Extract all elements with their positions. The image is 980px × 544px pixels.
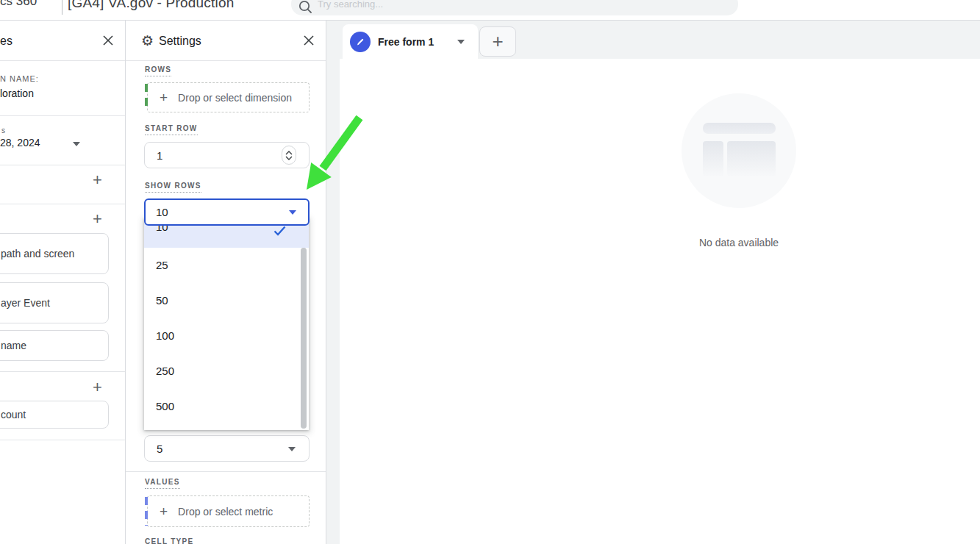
divider: [0, 60, 126, 61]
checkmark-icon: [273, 226, 286, 236]
placeholder-header-bar: [703, 123, 776, 134]
search-bar[interactable]: Try searching...: [291, 0, 738, 15]
dimension-chip[interactable]: path and screen: [0, 233, 109, 274]
exploration-name-label: N NAME:: [0, 74, 39, 83]
dimension-accent-strip: [145, 84, 148, 111]
variables-panel-title: es: [0, 35, 12, 48]
divider: [0, 371, 126, 372]
add-metric-button[interactable]: +: [93, 381, 102, 394]
free-form-tab-icon: [350, 32, 371, 52]
menu-item[interactable]: 25: [144, 248, 309, 283]
menu-item[interactable]: 50: [144, 283, 309, 318]
menu-item[interactable]: 250: [144, 354, 309, 389]
add-segment-button[interactable]: +: [93, 173, 102, 187]
search-placeholder: Try searching...: [318, 0, 383, 10]
metric-accent-strip: [145, 497, 148, 526]
date-range-value: 28, 2024: [0, 137, 40, 148]
menu-scrollbar[interactable]: [301, 248, 307, 429]
gear-icon: ⚙: [141, 32, 154, 49]
menu-item[interactable]: 100: [144, 318, 309, 354]
divider: [126, 60, 326, 61]
table-placeholder-icon: [682, 93, 796, 208]
brand-text: cs 360: [0, 0, 37, 9]
divider: [126, 471, 326, 472]
divider: [0, 204, 126, 204]
add-dimension-button[interactable]: +: [93, 212, 102, 226]
tab-caret-icon: [457, 40, 465, 44]
divider: [0, 440, 126, 440]
settings-close-button[interactable]: [303, 35, 315, 49]
drop-metric-label: Drop or select metric: [178, 506, 273, 518]
drop-dimension-label: Drop or select dimension: [178, 92, 292, 104]
plus-icon: +: [492, 30, 503, 53]
start-row-stepper[interactable]: [282, 146, 296, 165]
rows-label: ROWS: [145, 65, 171, 76]
settings-panel-title: Settings: [159, 35, 201, 48]
menu-item-label: 25: [156, 259, 168, 271]
metric-chip-label: count: [1, 409, 26, 420]
dimension-chip-label: name: [1, 340, 26, 351]
show-rows-menu: 10 25 50 100 250 500: [144, 218, 309, 430]
empty-state-text: No data available: [682, 237, 796, 248]
cell-type-label: CELL TYPE: [145, 537, 194, 544]
divider: [0, 115, 126, 116]
pencil-icon: [355, 37, 365, 47]
variables-panel: es N NAME: loration s 28, 2024 + + path …: [0, 21, 126, 544]
variables-close-button[interactable]: [102, 35, 114, 49]
top-bar: cs 360 [GA4] VA.gov - Production Try sea…: [0, 0, 980, 21]
ga4-explorations-app: cs 360 [GA4] VA.gov - Production Try sea…: [0, 0, 980, 544]
add-tab-button[interactable]: +: [479, 26, 516, 57]
date-range-small-fragment: s: [1, 126, 5, 135]
start-row-label: START ROW: [145, 124, 198, 135]
divider: [0, 165, 126, 165]
menu-item-label: 50: [156, 294, 168, 307]
topbar-divider: [62, 0, 62, 15]
dimension-chip-label: ayer Event: [1, 297, 50, 309]
placeholder-body-block: [727, 141, 776, 176]
show-columns-value: 5: [157, 443, 162, 455]
dropdown-caret-icon: [288, 447, 296, 451]
menu-item-label: 500: [156, 400, 174, 412]
dimension-drop-zone[interactable]: + Drop or select dimension: [147, 82, 310, 112]
property-title: [GA4] VA.gov - Production: [68, 0, 234, 11]
start-row-input[interactable]: 1: [144, 142, 310, 168]
chevron-up-icon: [285, 151, 293, 155]
dimension-chip[interactable]: ayer Event: [0, 282, 109, 323]
dropdown-caret-icon: [289, 210, 296, 215]
show-rows-label: SHOW ROWS: [145, 182, 201, 193]
panel-gap: [326, 21, 340, 544]
date-range-caret-icon: [73, 142, 80, 146]
show-columns-select[interactable]: 5: [144, 435, 310, 462]
close-icon: [102, 35, 114, 46]
dimension-chip[interactable]: name: [0, 330, 109, 361]
metric-drop-zone[interactable]: + Drop or select metric: [147, 495, 310, 527]
tab-label: Free form 1: [378, 36, 434, 48]
menu-item-label: 100: [156, 329, 174, 342]
metric-chip[interactable]: count: [0, 401, 109, 429]
close-icon: [303, 35, 315, 46]
exploration-canvas: No data available: [340, 59, 980, 544]
values-label: VALUES: [145, 478, 180, 489]
plus-icon: +: [160, 90, 168, 106]
date-range[interactable]: s 28, 2024: [0, 124, 126, 165]
show-rows-select[interactable]: 10: [144, 198, 310, 226]
exploration-name-value[interactable]: loration: [0, 87, 34, 99]
show-rows-value: 10: [156, 206, 168, 218]
menu-item[interactable]: 500: [144, 389, 309, 424]
placeholder-left-column: [703, 141, 723, 176]
start-row-value: 1: [157, 149, 162, 162]
search-icon: [297, 0, 313, 15]
dimension-chip-label: path and screen: [1, 248, 74, 260]
tab-free-form-1[interactable]: Free form 1: [343, 24, 478, 59]
chevron-down-icon: [285, 156, 293, 160]
menu-item-label: 250: [156, 365, 174, 377]
plus-icon: +: [160, 504, 168, 520]
